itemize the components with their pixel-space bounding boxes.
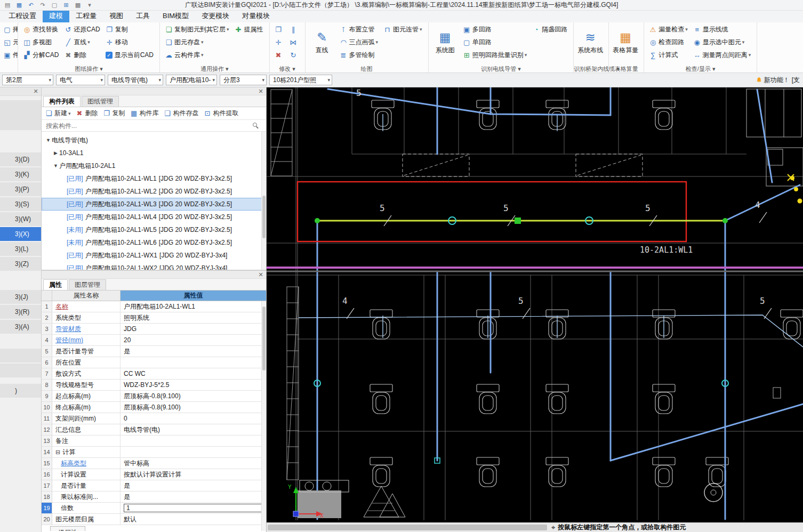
ribbon-button[interactable]: ❐复制 — [103, 23, 156, 36]
ribbon-button[interactable]: ◠三点画弧▾ — [338, 36, 381, 49]
context-combo[interactable]: 第2层▾ — [2, 75, 53, 85]
properties-tab[interactable]: 属性 — [43, 279, 68, 290]
tree-item[interactable]: ▼电线导管(电) — [42, 134, 266, 147]
ribbon-button[interactable]: ◱元 — [1, 36, 18, 49]
tree-item[interactable]: [已用]户用配电箱10-2AL1-WX1[JDG 20 WDZ-BYJ-3x4] — [42, 249, 266, 262]
property-value[interactable] — [121, 357, 266, 368]
context-combo[interactable]: 电气▾ — [56, 75, 105, 85]
quick-access-button[interactable]: ▤ — [2, 1, 13, 10]
menu-tab[interactable]: 视图 — [103, 10, 130, 22]
quick-access-button[interactable]: ▩ — [73, 1, 83, 10]
tree-item[interactable]: [已用]户用配电箱10-2AL1-WL1[JDG 20 WDZ-BYJ-3x2.… — [42, 172, 266, 185]
ribbon-button[interactable]: ↔测量两点间距离▾ — [691, 49, 753, 61]
component-toolbar-button[interactable]: ❐复制 — [103, 109, 125, 118]
ribbon-button[interactable]: ≣多管绘制 — [338, 49, 381, 61]
component-toolbar-button[interactable]: ❏新建▾ — [45, 109, 71, 118]
scrollbar-thumb[interactable] — [262, 307, 266, 370]
ribbon-button[interactable]: ≡显示线缆 — [691, 23, 753, 36]
property-value[interactable]: 是 — [121, 346, 266, 357]
ribbon-button[interactable]: ✛移动 — [103, 36, 156, 49]
drawing-item[interactable]: 3)(L) — [0, 242, 41, 256]
drawing-item[interactable] — [0, 364, 41, 377]
drawing-item[interactable]: 3)(W) — [0, 212, 41, 226]
quick-access-button[interactable]: ▾ — [84, 1, 95, 10]
property-value[interactable] — [121, 436, 266, 446]
ribbon-button[interactable]: ▣件 — [1, 49, 18, 61]
menu-tab[interactable]: 变更模块 — [195, 10, 236, 22]
ribbon-big-button[interactable]: ≋系统布线 — [576, 23, 604, 62]
ribbon-button[interactable]: ◎检查回路 — [647, 36, 690, 49]
drawing-item[interactable]: 3)(A) — [0, 320, 41, 334]
property-value[interactable]: 按默认计算设置计算 — [121, 469, 266, 480]
new-feature-label[interactable]: 新功能！ — [764, 76, 790, 85]
property-value[interactable]: WDZ-BYJ-5*2.5 — [121, 380, 266, 390]
ribbon-button[interactable]: ❏复制图元到其它层▾ — [163, 23, 231, 36]
ribbon-button[interactable]: ✖删除 — [62, 49, 102, 61]
tree-item[interactable]: [未用]户用配电箱10-2AL1-WL5[JDG 20 WDZ-BYJ-3x2.… — [42, 223, 266, 236]
property-value[interactable]: 0 — [121, 413, 266, 424]
context-combo[interactable]: 分层3▾ — [220, 75, 267, 85]
properties-scrollbar[interactable] — [261, 301, 266, 531]
collapse-icon[interactable]: ⊟ — [55, 449, 60, 456]
menu-tab[interactable]: 工程量 — [69, 10, 103, 22]
ribbon-button[interactable]: ◎查找替换 — [21, 23, 61, 36]
ribbon-button[interactable]: ↺还原CAD — [62, 23, 102, 36]
show-cad-toggle[interactable]: ✓显示当前CAD — [103, 49, 156, 61]
components-tab[interactable]: 图纸管理 — [82, 96, 119, 107]
tree-item[interactable]: [已用]户用配电箱10-2AL1-WL3[JDG 20 WDZ-BYJ-3x2.… — [42, 198, 266, 211]
tree-item[interactable]: [已用]户用配电箱10-2AL1-WL4[JDG 20 WDZ-BYJ-3x2.… — [42, 211, 266, 223]
close-icon[interactable]: ✕ — [33, 88, 39, 94]
quick-access-button[interactable]: ▦ — [14, 1, 25, 10]
tree-item[interactable]: [已用]户用配电箱10-2AL1-WX2[JDG 20 WDZ-BYJ-3x4] — [42, 262, 266, 270]
ribbon-button[interactable]: ✖ — [272, 49, 286, 61]
component-toolbar-button[interactable]: ❑构件存盘 — [164, 109, 199, 118]
close-icon[interactable]: ✕ — [258, 271, 264, 278]
drawing-item[interactable] — [0, 100, 41, 130]
ribbon-button[interactable]: ⊓图元连管▾ — [381, 23, 424, 36]
ribbon-button[interactable]: ❑图元存盘▾ — [163, 36, 231, 49]
menu-tab[interactable]: 建模 — [43, 10, 69, 22]
quick-access-button[interactable]: ↷ — [37, 1, 48, 10]
quick-access-button[interactable]: ⊞ — [61, 1, 71, 10]
ribbon-button[interactable]: ▞分解CAD — [21, 49, 61, 61]
ribbon-big-button[interactable]: ▦表格算量 — [612, 23, 639, 62]
close-icon[interactable]: ✕ — [258, 88, 264, 94]
drawing-item[interactable]: 3)(Z) — [0, 257, 41, 271]
drawing-item[interactable]: 3)(K) — [0, 167, 41, 181]
ribbon-button[interactable]: ⚠漏量检查▾ — [647, 23, 690, 36]
drawing-item[interactable]: 3)(D) — [0, 152, 41, 166]
menu-tab[interactable]: BIM模型 — [156, 10, 195, 22]
ribbon-big-button[interactable]: ▦系统图 — [431, 23, 459, 62]
value-input[interactable]: 1 — [124, 504, 264, 512]
property-value[interactable]: 层顶标高-0.8(9.100) — [121, 402, 266, 413]
component-scrollbar[interactable] — [261, 132, 266, 270]
search-input[interactable] — [42, 120, 266, 131]
context-combo[interactable]: 电线导管(电)▾ — [108, 75, 163, 85]
component-toolbar-button[interactable]: ✖删除 — [76, 109, 98, 118]
ribbon-button[interactable]: ❐ — [272, 23, 286, 36]
property-value[interactable]: 1 — [121, 503, 266, 513]
drawing-item[interactable] — [0, 349, 41, 362]
property-value[interactable]: 是 — [121, 491, 266, 502]
ribbon-button[interactable]: ▣多回路 — [461, 23, 529, 36]
quick-access-button[interactable]: ▢ — [49, 1, 60, 10]
ribbon-button[interactable]: ▢单回路 — [461, 36, 529, 49]
ribbon-button[interactable]: ∑计算式 — [647, 49, 690, 61]
property-value[interactable]: 20 — [121, 335, 266, 345]
property-value[interactable]: 户用配电箱10-2AL1-WL1 — [121, 301, 266, 312]
context-combo[interactable]: 户用配电箱10-2▾ — [166, 75, 217, 85]
extract-prop-button[interactable]: 提属性 — [50, 526, 85, 531]
drawing-item[interactable]: 3)(P) — [0, 182, 41, 196]
ribbon-button[interactable]: ✚提属性 — [232, 23, 266, 36]
property-value[interactable] — [121, 447, 266, 457]
scrollbar-thumb[interactable] — [262, 196, 266, 238]
menu-tab[interactable]: 工具 — [130, 10, 156, 22]
drawing-item[interactable]: 3)(S) — [0, 197, 41, 211]
property-value[interactable]: 照明系统 — [121, 312, 266, 323]
ribbon-button[interactable]: ◫多视图 — [21, 36, 61, 49]
tree-item[interactable]: [已用]户用配电箱10-2AL1-WL2[JDG 20 WDZ-BYJ-3x2.… — [42, 185, 266, 198]
ribbon-button[interactable]: ✛ — [272, 36, 286, 49]
component-toolbar-button[interactable]: ⊡构件提取 — [204, 109, 239, 118]
property-value[interactable]: JDG — [121, 324, 266, 334]
ribbon-button[interactable]: ⋈ — [287, 36, 301, 49]
